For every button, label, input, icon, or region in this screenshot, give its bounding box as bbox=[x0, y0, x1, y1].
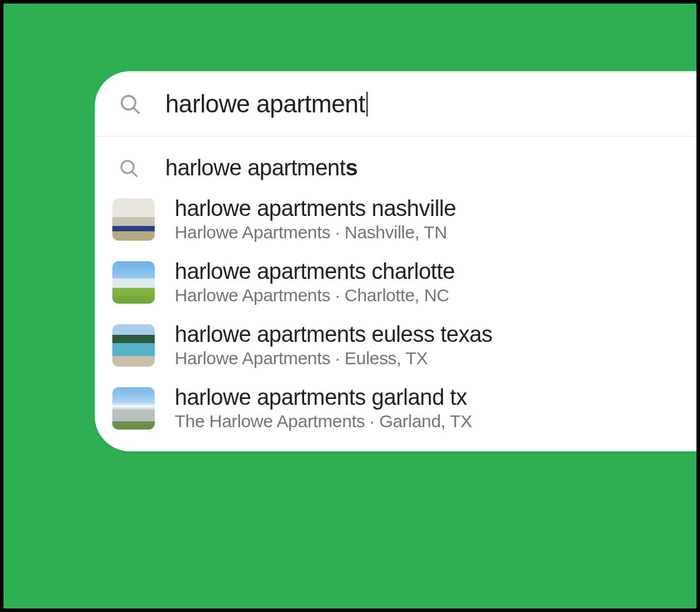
suggestion-subtitle: The Harlowe Apartments · Garland, TX bbox=[175, 411, 472, 431]
suggestion-thumbnail bbox=[112, 261, 155, 304]
suggestion-title-prefix: harlowe apartment bbox=[165, 155, 345, 180]
suggestion-title: harlowe apartments nashville bbox=[175, 196, 456, 221]
text-cursor bbox=[366, 92, 368, 117]
search-input[interactable]: harlowe apartment bbox=[165, 90, 366, 118]
suggestion-title-suffix: s bbox=[345, 155, 358, 180]
suggestion-title: harlowe apartments garland tx bbox=[175, 385, 472, 410]
suggestion-item-place[interactable]: harlowe apartments euless texas Harlowe … bbox=[95, 314, 696, 377]
suggestion-subtitle: Harlowe Apartments · Charlotte, NC bbox=[175, 285, 455, 305]
suggestion-item-place[interactable]: harlowe apartments garland tx The Harlow… bbox=[95, 377, 696, 440]
svg-line-3 bbox=[132, 171, 137, 176]
suggestion-thumbnail bbox=[112, 387, 155, 430]
suggestion-body: harlowe apartments euless texas Harlowe … bbox=[175, 322, 492, 368]
suggestion-body: harlowe apartments nashville Harlowe Apa… bbox=[175, 196, 456, 242]
search-input-row[interactable]: harlowe apartment bbox=[95, 71, 696, 137]
svg-line-1 bbox=[134, 108, 139, 113]
suggestion-subtitle: Harlowe Apartments · Euless, TX bbox=[175, 348, 492, 368]
search-autocomplete-panel: harlowe apartment harlowe apartments bbox=[95, 71, 696, 451]
suggestion-thumbnail bbox=[112, 324, 155, 367]
search-icon bbox=[118, 158, 139, 179]
search-query-text: harlowe apartment bbox=[165, 90, 365, 118]
suggestion-body: harlowe apartments garland tx The Harlow… bbox=[175, 385, 472, 431]
suggestion-item-place[interactable]: harlowe apartments nashville Harlowe Apa… bbox=[95, 188, 696, 251]
suggestion-item-simple[interactable]: harlowe apartments bbox=[95, 142, 696, 188]
suggestion-thumbnail bbox=[112, 198, 155, 241]
suggestion-title: harlowe apartments euless texas bbox=[175, 322, 492, 347]
suggestion-item-place[interactable]: harlowe apartments charlotte Harlowe Apa… bbox=[95, 251, 696, 314]
stage: harlowe apartment harlowe apartments bbox=[4, 4, 696, 608]
suggestions-list: harlowe apartments harlowe apartments na… bbox=[95, 137, 696, 451]
suggestion-body: harlowe apartments charlotte Harlowe Apa… bbox=[175, 259, 455, 305]
search-icon bbox=[118, 92, 142, 116]
suggestion-title: harlowe apartments bbox=[165, 155, 358, 181]
suggestion-title: harlowe apartments charlotte bbox=[175, 259, 455, 284]
suggestion-subtitle: Harlowe Apartments · Nashville, TN bbox=[175, 222, 456, 242]
